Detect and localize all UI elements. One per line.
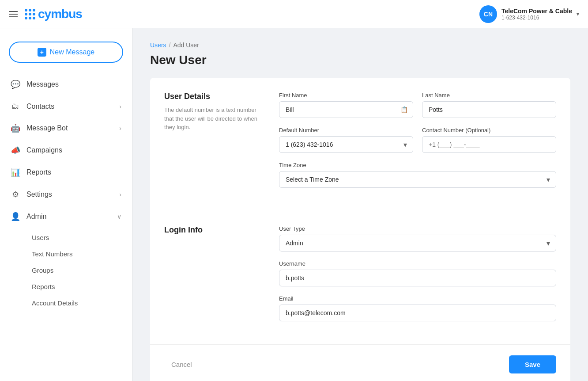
user-type-row: User Type Admin User Read Only: [279, 225, 556, 251]
section-description: The default number is a text number that…: [164, 106, 261, 132]
sidebar-item-messages[interactable]: 💬 Messages: [0, 73, 132, 95]
user-type-group: User Type Admin User Read Only: [279, 225, 556, 251]
time-zone-select[interactable]: Select a Time Zone America/New_York Amer…: [279, 171, 556, 188]
contact-number-group: Contact Number (Optional): [422, 127, 556, 153]
time-zone-select-wrapper: Select a Time Zone America/New_York Amer…: [279, 171, 556, 188]
company-name: TeleCom Power & Cable: [501, 8, 572, 15]
settings-icon: ⚙: [11, 190, 20, 199]
default-number-select-wrapper: 1 (623) 432-1016: [279, 136, 413, 153]
user-type-select[interactable]: Admin User Read Only: [279, 235, 556, 251]
message-bot-icon: 🤖: [11, 123, 20, 133]
number-row: Default Number 1 (623) 432-1016 Contact …: [279, 127, 556, 153]
logo-dots: [25, 9, 35, 19]
logo-text: cymbus: [38, 7, 82, 21]
main-content: Users / Add User New User User Details T…: [132, 28, 588, 381]
default-number-select[interactable]: 1 (623) 432-1016: [279, 136, 413, 153]
email-label: Email: [279, 295, 556, 302]
contact-number-label: Contact Number (Optional): [422, 127, 556, 133]
breadcrumb-current: Add User: [173, 42, 199, 49]
sidebar-item-contacts[interactable]: 🗂 Contacts ›: [0, 95, 132, 117]
email-input[interactable]: [279, 305, 556, 321]
breadcrumb: Users / Add User: [150, 42, 570, 49]
timezone-row: Time Zone Select a Time Zone America/New…: [279, 162, 556, 188]
last-name-group: Last Name: [422, 92, 556, 118]
chevron-right-icon: ›: [119, 191, 121, 198]
first-name-input[interactable]: [279, 101, 413, 118]
default-number-group: Default Number 1 (623) 432-1016: [279, 127, 413, 153]
breadcrumb-parent-link[interactable]: Users: [150, 42, 166, 49]
page-title: New User: [150, 53, 570, 67]
first-name-group: First Name 📋: [279, 92, 413, 118]
time-zone-label: Time Zone: [279, 162, 556, 168]
email-row: Email: [279, 295, 556, 321]
app-layout: + New Message 💬 Messages 🗂 Contacts › 🤖 …: [0, 28, 588, 381]
sidebar-item-settings[interactable]: ⚙ Settings ›: [0, 183, 132, 206]
sidebar-item-label: Messages: [26, 80, 121, 88]
last-name-label: Last Name: [422, 92, 556, 99]
sidebar-item-admin[interactable]: 👤 Admin ∨: [0, 206, 132, 228]
first-name-label: First Name: [279, 92, 413, 99]
save-button[interactable]: Save: [509, 355, 556, 373]
sidebar-item-message-bot[interactable]: 🤖 Message Bot ›: [0, 117, 132, 139]
sidebar: + New Message 💬 Messages 🗂 Contacts › 🤖 …: [0, 28, 132, 381]
user-type-select-wrapper: Admin User Read Only: [279, 235, 556, 251]
form-card: User Details The default number is a tex…: [150, 78, 570, 381]
username-row: Username: [279, 260, 556, 286]
login-info-fields: User Type Admin User Read Only: [279, 225, 556, 330]
reports-icon: 📊: [11, 168, 20, 177]
campaigns-icon: 📣: [11, 145, 20, 155]
plus-icon: +: [38, 48, 46, 57]
sidebar-subitem-account-details[interactable]: Account Details: [26, 295, 132, 311]
section-title: User Details: [164, 92, 261, 101]
sidebar-item-label: Message Bot: [26, 124, 113, 132]
company-dropdown-arrow[interactable]: ▾: [577, 11, 579, 17]
cancel-button[interactable]: Cancel: [164, 356, 199, 373]
contact-number-input[interactable]: [422, 136, 556, 153]
username-input[interactable]: [279, 270, 556, 286]
new-message-label: New Message: [50, 48, 94, 56]
first-name-input-wrapper: 📋: [279, 101, 413, 118]
clipboard-icon: 📋: [400, 106, 408, 113]
section-info-user-details: User Details The default number is a tex…: [164, 92, 261, 197]
contacts-icon: 🗂: [11, 102, 20, 111]
time-zone-group: Time Zone Select a Time Zone America/New…: [279, 162, 556, 188]
sidebar-item-label: Settings: [26, 190, 113, 198]
login-info-section: Login Info User Type Admin User Read Onl…: [150, 211, 570, 345]
sidebar-item-label: Campaigns: [26, 146, 121, 154]
chevron-down-icon: ∨: [117, 213, 121, 220]
sidebar-subitem-reports[interactable]: Reports: [26, 278, 132, 295]
sidebar-subitem-users[interactable]: Users: [26, 229, 132, 246]
user-type-label: User Type: [279, 225, 556, 232]
sidebar-item-campaigns[interactable]: 📣 Campaigns: [0, 139, 132, 161]
last-name-input[interactable]: [422, 101, 556, 118]
sidebar-item-label: Reports: [26, 168, 121, 176]
company-phone: 1-623-432-1016: [501, 15, 572, 21]
email-group: Email: [279, 295, 556, 321]
name-row: First Name 📋 Last Name: [279, 92, 556, 118]
sidebar-subitem-text-numbers[interactable]: Text Numbers: [26, 246, 132, 262]
default-number-label: Default Number: [279, 127, 413, 133]
section-title: Login Info: [164, 225, 261, 235]
user-details-fields: First Name 📋 Last Name: [279, 92, 556, 197]
sidebar-item-reports[interactable]: 📊 Reports: [0, 161, 132, 183]
admin-submenu: Users Text Numbers Groups Reports Accoun…: [0, 228, 132, 313]
logo: cymbus: [25, 7, 82, 21]
admin-icon: 👤: [11, 212, 20, 221]
chevron-right-icon: ›: [119, 103, 121, 110]
sidebar-item-label: Contacts: [26, 103, 113, 110]
form-actions: Cancel Save: [150, 345, 570, 381]
username-group: Username: [279, 260, 556, 286]
username-label: Username: [279, 260, 556, 267]
hamburger-menu[interactable]: [9, 11, 18, 17]
chevron-right-icon: ›: [119, 125, 121, 132]
new-message-button[interactable]: + New Message: [9, 42, 123, 63]
user-details-section: User Details The default number is a tex…: [150, 78, 570, 211]
sidebar-subitem-groups[interactable]: Groups: [26, 262, 132, 278]
section-info-login: Login Info: [164, 225, 261, 330]
sidebar-item-label: Admin: [26, 213, 111, 221]
breadcrumb-separator: /: [169, 42, 171, 49]
company-info: TeleCom Power & Cable 1-623-432-1016: [501, 8, 572, 21]
header-left: cymbus: [9, 7, 82, 21]
header-right: CN TeleCom Power & Cable 1-623-432-1016 …: [479, 5, 579, 23]
avatar: CN: [479, 5, 497, 23]
